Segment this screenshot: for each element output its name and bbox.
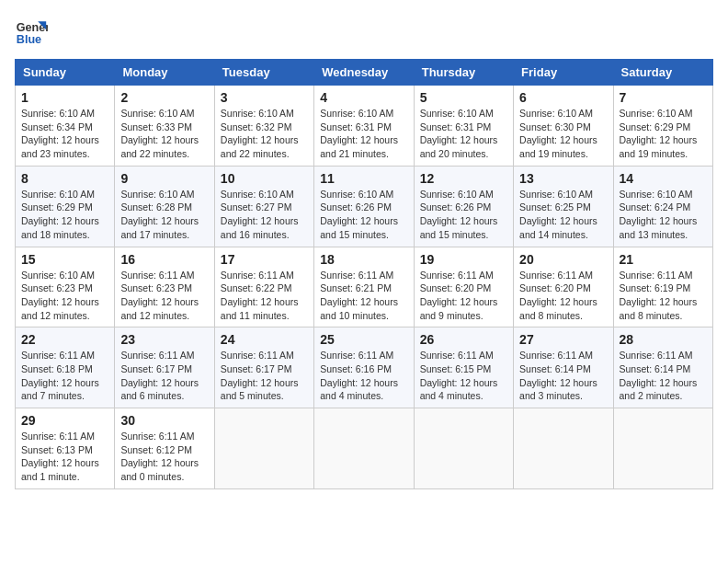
calendar-cell: 17 Sunrise: 6:11 AM Sunset: 6:22 PM Dayl… xyxy=(214,247,313,327)
sunset-label: Sunset: 6:25 PM xyxy=(519,201,591,213)
sunrise-label: Sunrise: 6:11 AM xyxy=(120,270,194,281)
calendar-cell: 15 Sunrise: 6:10 AM Sunset: 6:23 PM Dayl… xyxy=(16,247,115,327)
daylight-label: Daylight: 12 hours and 19 minutes. xyxy=(519,134,597,159)
day-info: Sunrise: 6:10 AM Sunset: 6:29 PM Dayligh… xyxy=(620,107,707,161)
day-number: 23 xyxy=(120,332,208,347)
calendar-cell: 4 Sunrise: 6:10 AM Sunset: 6:31 PM Dayli… xyxy=(314,86,414,167)
calendar-cell: 9 Sunrise: 6:10 AM Sunset: 6:28 PM Dayli… xyxy=(115,166,214,247)
day-number: 11 xyxy=(320,171,407,186)
sunrise-label: Sunrise: 6:10 AM xyxy=(120,189,194,200)
calendar-cell: 27 Sunrise: 6:11 AM Sunset: 6:14 PM Dayl… xyxy=(514,327,613,408)
calendar-cell xyxy=(414,408,513,489)
day-number: 7 xyxy=(620,90,707,105)
sunrise-label: Sunrise: 6:10 AM xyxy=(21,270,95,281)
daylight-label: Daylight: 12 hours and 19 minutes. xyxy=(620,134,698,159)
calendar-cell: 11 Sunrise: 6:10 AM Sunset: 6:26 PM Dayl… xyxy=(314,166,414,247)
day-info: Sunrise: 6:10 AM Sunset: 6:29 PM Dayligh… xyxy=(21,188,108,242)
daylight-label: Daylight: 12 hours and 3 minutes. xyxy=(519,377,597,402)
day-number: 13 xyxy=(519,171,607,186)
calendar-week-row: 8 Sunrise: 6:10 AM Sunset: 6:29 PM Dayli… xyxy=(16,166,713,247)
day-info: Sunrise: 6:10 AM Sunset: 6:24 PM Dayligh… xyxy=(620,188,707,242)
calendar-cell: 26 Sunrise: 6:11 AM Sunset: 6:15 PM Dayl… xyxy=(414,327,513,408)
weekday-header: Friday xyxy=(514,60,613,86)
calendar-week-row: 22 Sunrise: 6:11 AM Sunset: 6:18 PM Dayl… xyxy=(16,327,713,408)
sunrise-label: Sunrise: 6:10 AM xyxy=(120,108,194,119)
sunrise-label: Sunrise: 6:10 AM xyxy=(21,108,95,119)
sunset-label: Sunset: 6:20 PM xyxy=(420,282,492,293)
sunrise-label: Sunrise: 6:11 AM xyxy=(620,270,693,281)
daylight-label: Daylight: 12 hours and 21 minutes. xyxy=(320,134,398,159)
day-number: 20 xyxy=(519,252,607,267)
calendar-cell: 3 Sunrise: 6:10 AM Sunset: 6:32 PM Dayli… xyxy=(214,86,313,167)
day-info: Sunrise: 6:11 AM Sunset: 6:20 PM Dayligh… xyxy=(420,269,507,323)
sunrise-label: Sunrise: 6:10 AM xyxy=(519,108,593,119)
day-info: Sunrise: 6:11 AM Sunset: 6:19 PM Dayligh… xyxy=(620,269,707,323)
day-number: 14 xyxy=(620,171,707,186)
day-info: Sunrise: 6:10 AM Sunset: 6:25 PM Dayligh… xyxy=(519,188,607,242)
sunset-label: Sunset: 6:27 PM xyxy=(221,201,292,213)
sunrise-label: Sunrise: 6:10 AM xyxy=(221,108,294,119)
sunset-label: Sunset: 6:12 PM xyxy=(120,444,192,455)
calendar-cell: 29 Sunrise: 6:11 AM Sunset: 6:13 PM Dayl… xyxy=(16,408,115,489)
sunrise-label: Sunrise: 6:11 AM xyxy=(120,350,194,361)
sunset-label: Sunset: 6:29 PM xyxy=(21,201,93,213)
daylight-label: Daylight: 12 hours and 20 minutes. xyxy=(420,134,498,159)
day-number: 4 xyxy=(320,90,407,105)
sunrise-label: Sunrise: 6:11 AM xyxy=(21,431,95,442)
day-number: 1 xyxy=(21,90,108,105)
day-info: Sunrise: 6:11 AM Sunset: 6:20 PM Dayligh… xyxy=(519,269,607,323)
daylight-label: Daylight: 12 hours and 16 minutes. xyxy=(221,215,299,240)
day-info: Sunrise: 6:10 AM Sunset: 6:28 PM Dayligh… xyxy=(120,188,208,242)
daylight-label: Daylight: 12 hours and 23 minutes. xyxy=(21,134,99,159)
day-number: 27 xyxy=(519,332,607,347)
day-number: 3 xyxy=(221,90,308,105)
day-info: Sunrise: 6:11 AM Sunset: 6:22 PM Dayligh… xyxy=(221,269,308,323)
sunrise-label: Sunrise: 6:11 AM xyxy=(519,350,593,361)
weekday-header: Wednesday xyxy=(314,60,414,86)
day-number: 24 xyxy=(221,332,308,347)
calendar-cell: 19 Sunrise: 6:11 AM Sunset: 6:20 PM Dayl… xyxy=(414,247,513,327)
sunset-label: Sunset: 6:16 PM xyxy=(320,363,392,374)
calendar-cell xyxy=(314,408,414,489)
day-info: Sunrise: 6:10 AM Sunset: 6:23 PM Dayligh… xyxy=(21,269,108,323)
day-number: 30 xyxy=(120,413,208,428)
sunrise-label: Sunrise: 6:11 AM xyxy=(221,270,294,281)
sunrise-label: Sunrise: 6:10 AM xyxy=(620,189,693,200)
daylight-label: Daylight: 12 hours and 22 minutes. xyxy=(221,134,299,159)
day-info: Sunrise: 6:10 AM Sunset: 6:30 PM Dayligh… xyxy=(519,107,607,161)
calendar-cell: 30 Sunrise: 6:11 AM Sunset: 6:12 PM Dayl… xyxy=(115,408,214,489)
weekday-header: Saturday xyxy=(613,60,712,86)
day-info: Sunrise: 6:11 AM Sunset: 6:13 PM Dayligh… xyxy=(21,430,108,484)
calendar-cell: 18 Sunrise: 6:11 AM Sunset: 6:21 PM Dayl… xyxy=(314,247,414,327)
sunrise-label: Sunrise: 6:11 AM xyxy=(519,270,593,281)
sunset-label: Sunset: 6:19 PM xyxy=(620,282,691,293)
sunrise-label: Sunrise: 6:11 AM xyxy=(320,350,393,361)
day-number: 9 xyxy=(120,171,208,186)
sunrise-label: Sunrise: 6:10 AM xyxy=(21,189,95,200)
day-number: 28 xyxy=(620,332,707,347)
sunrise-label: Sunrise: 6:11 AM xyxy=(420,350,494,361)
day-info: Sunrise: 6:11 AM Sunset: 6:21 PM Dayligh… xyxy=(320,269,407,323)
sunset-label: Sunset: 6:31 PM xyxy=(420,121,492,132)
sunrise-label: Sunrise: 6:11 AM xyxy=(620,350,693,361)
sunset-label: Sunset: 6:23 PM xyxy=(120,282,192,293)
daylight-label: Daylight: 12 hours and 9 minutes. xyxy=(420,296,498,321)
calendar-week-row: 1 Sunrise: 6:10 AM Sunset: 6:34 PM Dayli… xyxy=(16,86,713,167)
day-info: Sunrise: 6:11 AM Sunset: 6:17 PM Dayligh… xyxy=(221,349,308,403)
sunset-label: Sunset: 6:34 PM xyxy=(21,121,93,132)
day-info: Sunrise: 6:11 AM Sunset: 6:17 PM Dayligh… xyxy=(120,349,208,403)
daylight-label: Daylight: 12 hours and 22 minutes. xyxy=(120,134,199,159)
calendar-cell: 21 Sunrise: 6:11 AM Sunset: 6:19 PM Dayl… xyxy=(613,247,712,327)
day-info: Sunrise: 6:10 AM Sunset: 6:31 PM Dayligh… xyxy=(420,107,507,161)
day-number: 17 xyxy=(221,252,308,267)
sunset-label: Sunset: 6:20 PM xyxy=(519,282,591,293)
calendar-cell: 7 Sunrise: 6:10 AM Sunset: 6:29 PM Dayli… xyxy=(613,86,712,167)
calendar-cell: 6 Sunrise: 6:10 AM Sunset: 6:30 PM Dayli… xyxy=(514,86,613,167)
daylight-label: Daylight: 12 hours and 1 minute. xyxy=(21,457,99,482)
calendar-cell xyxy=(613,408,712,489)
sunrise-label: Sunrise: 6:10 AM xyxy=(320,189,393,200)
sunrise-label: Sunrise: 6:11 AM xyxy=(320,270,393,281)
daylight-label: Daylight: 12 hours and 8 minutes. xyxy=(620,296,698,321)
daylight-label: Daylight: 12 hours and 7 minutes. xyxy=(21,377,99,402)
calendar-table: SundayMondayTuesdayWednesdayThursdayFrid… xyxy=(15,59,713,489)
